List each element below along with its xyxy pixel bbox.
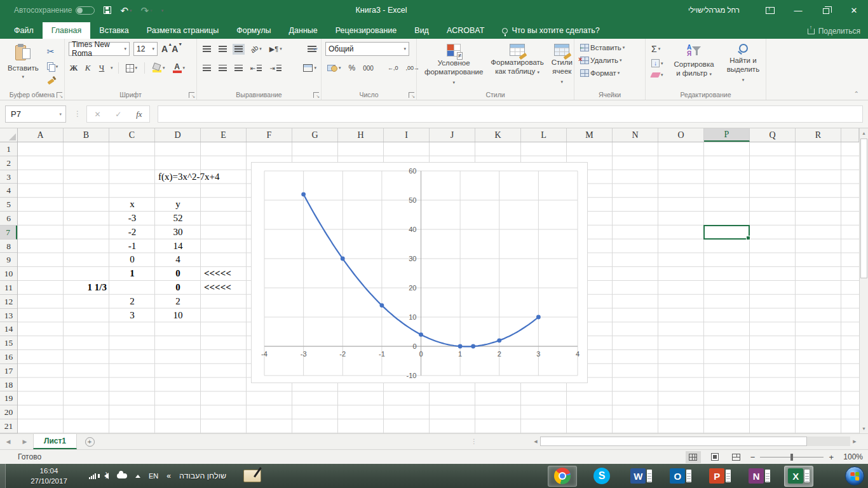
- column-header-R[interactable]: R: [796, 128, 841, 142]
- chart[interactable]: -100102030405060-4-3-2-101234: [251, 162, 588, 383]
- column-header-G[interactable]: G: [292, 128, 338, 142]
- fill-button[interactable]: ↓▾: [649, 58, 665, 69]
- horizontal-scrollbar[interactable]: ◀ ▶: [531, 436, 859, 447]
- fill-color-button[interactable]: ▾: [150, 62, 167, 74]
- cancel-formula-button[interactable]: ✕: [94, 110, 100, 119]
- cell-D3[interactable]: f(x)=3x^2-7x+4: [155, 170, 219, 184]
- column-header-D[interactable]: D: [155, 128, 201, 142]
- cut-button[interactable]: ✂: [45, 45, 60, 58]
- taskbar-app-excel[interactable]: X: [784, 466, 813, 487]
- format-cells-button[interactable]: Формат▾: [578, 68, 642, 78]
- column-header-N[interactable]: N: [613, 128, 658, 142]
- cell-D10[interactable]: 0: [155, 267, 201, 281]
- delete-cells-button[interactable]: Удалить▾: [578, 55, 642, 65]
- align-bottom-button[interactable]: [233, 44, 245, 54]
- row-header-5[interactable]: 5: [0, 198, 17, 212]
- copy-button[interactable]: ▾: [45, 61, 60, 72]
- column-header-F[interactable]: F: [247, 128, 292, 142]
- row-header-11[interactable]: 11: [0, 281, 17, 295]
- cell-C12[interactable]: 2: [109, 295, 155, 309]
- column-header-B[interactable]: B: [64, 128, 109, 142]
- row-header-8[interactable]: 8: [0, 240, 17, 254]
- bold-button[interactable]: Ж: [69, 63, 79, 73]
- hidden-icons-arrow[interactable]: [135, 475, 140, 478]
- row-header-14[interactable]: 14: [0, 322, 17, 336]
- cell-D9[interactable]: 4: [155, 253, 201, 267]
- cell-E11[interactable]: <<<<<: [201, 281, 231, 295]
- find-select-button[interactable]: Найти ивыделить ▾: [723, 41, 764, 86]
- new-sheet-button[interactable]: +: [77, 434, 102, 449]
- selected-cell[interactable]: [703, 225, 750, 240]
- taskbar-app-powerpoint[interactable]: P: [705, 466, 735, 487]
- column-header-E[interactable]: E: [201, 128, 247, 142]
- column-header-O[interactable]: O: [658, 128, 704, 142]
- font-color-button[interactable]: А▾: [171, 62, 187, 74]
- scroll-down-arrow[interactable]: ▼: [860, 424, 868, 433]
- format-painter-button[interactable]: [45, 75, 60, 86]
- row-header-7[interactable]: 7: [0, 226, 17, 240]
- column-header-K[interactable]: K: [475, 128, 521, 142]
- conditional-formatting-button[interactable]: Условноеформатирование ▾: [421, 41, 487, 88]
- sort-filter-button[interactable]: АЯ Сортировкаи фильтр ▾: [670, 41, 718, 86]
- wrap-text-button[interactable]: [306, 44, 318, 54]
- increase-indent-button[interactable]: ⇥: [268, 64, 283, 73]
- row-header-2[interactable]: 2: [0, 156, 17, 170]
- share-button[interactable]: Поделиться: [808, 27, 860, 36]
- start-button[interactable]: [845, 466, 864, 485]
- formula-input[interactable]: [158, 105, 863, 123]
- cell-D13[interactable]: 10: [155, 309, 201, 323]
- customize-qat-button[interactable]: ▾: [161, 8, 164, 13]
- row-header-19[interactable]: 19: [0, 391, 17, 405]
- select-all-corner[interactable]: [0, 128, 18, 142]
- row-header-3[interactable]: 3: [0, 170, 17, 184]
- column-header-I[interactable]: I: [384, 128, 430, 142]
- scroll-left-arrow[interactable]: ◀: [531, 439, 540, 444]
- restore-button[interactable]: [812, 0, 840, 20]
- redo-button[interactable]: ↷▾: [141, 6, 153, 15]
- notes-shortcut-icon[interactable]: [243, 470, 261, 482]
- cell-D8[interactable]: 14: [155, 240, 201, 254]
- ribbon-tab-вид[interactable]: Вид: [405, 22, 438, 39]
- zoom-level[interactable]: 100%: [839, 452, 863, 461]
- autosave-switch-icon[interactable]: [76, 6, 95, 15]
- cell-D5[interactable]: y: [155, 198, 201, 212]
- row-header-17[interactable]: 17: [0, 364, 17, 378]
- cell-B11[interactable]: 1 1/3: [64, 281, 109, 295]
- font-name-select[interactable]: Times New Roma▾: [69, 42, 130, 56]
- accounting-format-button[interactable]: ▾: [325, 63, 343, 73]
- row-header-16[interactable]: 16: [0, 350, 17, 364]
- cell-C7[interactable]: -2: [109, 226, 155, 240]
- column-header-Q[interactable]: Q: [750, 128, 796, 142]
- clipboard-dialog-launcher[interactable]: [57, 92, 62, 98]
- ribbon-tab-file[interactable]: Файл: [5, 22, 43, 39]
- cell-D11[interactable]: 0: [155, 281, 201, 295]
- column-header-J[interactable]: J: [430, 128, 475, 142]
- row-header-20[interactable]: 20: [0, 405, 17, 419]
- network-icon[interactable]: [89, 473, 96, 479]
- zoom-slider[interactable]: [760, 457, 824, 458]
- ribbon-tab-acrobat[interactable]: ACROBAT: [438, 22, 494, 39]
- cell-C13[interactable]: 3: [109, 309, 155, 323]
- row-header-6[interactable]: 6: [0, 212, 17, 226]
- autosum-button[interactable]: Σ▾: [649, 43, 665, 55]
- percent-style-button[interactable]: %: [347, 62, 358, 74]
- onedrive-icon[interactable]: [117, 473, 127, 478]
- decrease-indent-button[interactable]: ⇤: [248, 64, 264, 73]
- next-sheet-arrow[interactable]: ▶: [17, 434, 33, 449]
- ribbon-display-options-button[interactable]: [756, 0, 784, 20]
- font-dialog-launcher[interactable]: [189, 92, 194, 98]
- column-header-L[interactable]: L: [521, 128, 567, 142]
- undo-button[interactable]: ↶▾: [120, 6, 132, 15]
- zoom-out-button[interactable]: −: [750, 452, 756, 462]
- insert-function-button[interactable]: fx: [136, 109, 142, 119]
- cell-D6[interactable]: 52: [155, 212, 201, 226]
- alignment-dialog-launcher[interactable]: [313, 92, 319, 98]
- align-left-button[interactable]: [201, 64, 213, 73]
- zoom-slider-handle[interactable]: [790, 454, 793, 461]
- row-header-9[interactable]: 9: [0, 253, 17, 267]
- desktop-toolbar-label[interactable]: שולחן העבודה: [179, 471, 226, 480]
- column-header-H[interactable]: H: [338, 128, 384, 142]
- toolbar-chevrons[interactable]: «: [166, 471, 171, 480]
- row-header-1[interactable]: 1: [0, 142, 17, 156]
- vertical-scrollbar[interactable]: ▲ ▼: [859, 128, 868, 433]
